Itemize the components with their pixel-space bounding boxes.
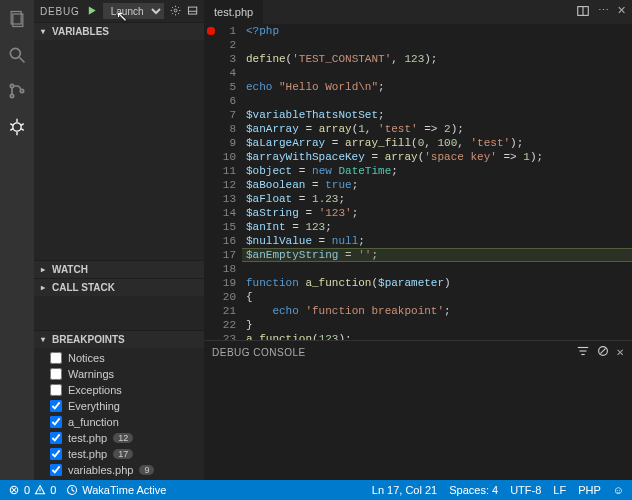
cursor-position[interactable]: Ln 17, Col 21 — [372, 484, 437, 496]
tab-test-php[interactable]: test.php — [204, 0, 264, 24]
debug-console-title: DEBUG CONSOLE — [212, 347, 306, 358]
console-toggle-icon[interactable] — [187, 4, 198, 18]
line-number-gutter: 1234567891011121314151617181920212223242… — [218, 24, 242, 340]
breakpoint-line-badge: 9 — [139, 465, 154, 475]
svg-marker-14 — [88, 7, 95, 15]
breakpoint-item[interactable]: Exceptions — [34, 382, 204, 398]
svg-point-2 — [10, 48, 20, 58]
indent-spaces[interactable]: Spaces: 4 — [449, 484, 498, 496]
breakpoint-label: variables.php — [68, 464, 133, 476]
code-editor[interactable]: 1234567891011121314151617181920212223242… — [204, 24, 632, 340]
breakpoint-item[interactable]: Warnings — [34, 366, 204, 382]
svg-rect-16 — [188, 8, 196, 15]
svg-line-9 — [10, 124, 13, 126]
breakpoint-label: test.php — [68, 432, 107, 444]
language-mode[interactable]: PHP — [578, 484, 601, 496]
activity-bar — [0, 0, 34, 480]
chevron-down-icon: ▾ — [38, 27, 48, 36]
start-debug-icon[interactable] — [86, 4, 97, 18]
breakpoint-label: a_function — [68, 416, 119, 428]
breakpoint-label: Everything — [68, 400, 120, 412]
variables-section[interactable]: ▾ VARIABLES — [34, 22, 204, 40]
eol[interactable]: LF — [553, 484, 566, 496]
chevron-right-icon: ▸ — [38, 265, 48, 274]
breakpoint-item[interactable]: a_function — [34, 414, 204, 430]
svg-point-4 — [10, 84, 13, 87]
debug-title: DEBUG — [40, 6, 80, 17]
encoding[interactable]: UTF-8 — [510, 484, 541, 496]
more-icon[interactable]: ⋯ — [598, 4, 609, 20]
breakpoint-item[interactable]: test.php12 — [34, 430, 204, 446]
variables-label: VARIABLES — [52, 26, 109, 37]
svg-line-10 — [21, 124, 23, 126]
svg-point-6 — [20, 89, 23, 92]
editor-tabs: test.php ⋯ ✕ — [204, 0, 632, 24]
breakpoint-checkbox[interactable] — [50, 368, 62, 380]
editor-area: test.php ⋯ ✕ 123456789101112131415161718… — [204, 0, 632, 480]
close-icon[interactable]: ✕ — [617, 4, 626, 20]
feedback-icon[interactable]: ☺ — [613, 484, 624, 496]
breakpoints-section[interactable]: ▾ BREAKPOINTS — [34, 330, 204, 348]
callstack-section[interactable]: ▸ CALL STACK — [34, 278, 204, 296]
breakpoint-checkbox[interactable] — [50, 432, 62, 444]
svg-line-12 — [21, 129, 23, 131]
svg-line-11 — [10, 129, 13, 131]
svg-line-3 — [20, 58, 25, 63]
breakpoint-label: test.php — [68, 448, 107, 460]
debug-console-panel: DEBUG CONSOLE ✕ — [204, 340, 632, 480]
search-icon[interactable] — [6, 44, 28, 66]
callstack-body — [34, 296, 204, 330]
close-panel-icon[interactable]: ✕ — [616, 347, 625, 358]
debug-header: DEBUG Launch ↖ — [34, 0, 204, 22]
breakpoint-item[interactable]: variables.php9 — [34, 462, 204, 478]
split-editor-icon[interactable] — [576, 4, 590, 20]
explorer-icon[interactable] — [6, 8, 28, 30]
source-control-icon[interactable] — [6, 80, 28, 102]
svg-line-24 — [600, 348, 605, 353]
clear-icon[interactable] — [596, 344, 610, 360]
watch-label: WATCH — [52, 264, 88, 275]
errors-warnings[interactable]: 0 0 — [8, 484, 56, 496]
breakpoint-checkbox[interactable] — [50, 448, 62, 460]
svg-point-7 — [13, 123, 21, 131]
settings-gear-icon[interactable] — [170, 4, 181, 18]
breakpoint-item[interactable]: test.php17 — [34, 446, 204, 462]
breakpoint-checkbox[interactable] — [50, 400, 62, 412]
breakpoints-label: BREAKPOINTS — [52, 334, 125, 345]
breakpoint-checkbox[interactable] — [50, 352, 62, 364]
filter-icon[interactable] — [576, 344, 590, 360]
status-bar: 0 0 WakaTime Active Ln 17, Col 21 Spaces… — [0, 480, 632, 500]
breakpoint-checkbox[interactable] — [50, 464, 62, 476]
svg-point-15 — [174, 10, 177, 13]
breakpoint-item[interactable]: Notices — [34, 350, 204, 366]
breakpoint-line-badge: 12 — [113, 433, 133, 443]
variables-body — [34, 40, 204, 260]
launch-config-select[interactable]: Launch — [103, 3, 164, 19]
breakpoint-dot[interactable] — [207, 27, 215, 35]
breakpoint-checkbox[interactable] — [50, 416, 62, 428]
svg-point-5 — [10, 94, 13, 97]
breakpoint-label: Exceptions — [68, 384, 122, 396]
breakpoint-item[interactable]: Everything — [34, 398, 204, 414]
breakpoint-line-badge: 17 — [113, 449, 133, 459]
callstack-label: CALL STACK — [52, 282, 115, 293]
code-content[interactable]: <?phpdefine('TEST_CONSTANT', 123);echo "… — [242, 24, 632, 340]
breakpoint-label: Warnings — [68, 368, 114, 380]
breakpoint-checkbox[interactable] — [50, 384, 62, 396]
debug-sidebar: DEBUG Launch ↖ ▾ VARIABLES ▸ WATCH ▸ CAL… — [34, 0, 204, 480]
breakpoints-list: NoticesWarningsExceptionsEverythinga_fun… — [34, 348, 204, 480]
breakpoint-label: Notices — [68, 352, 105, 364]
chevron-down-icon: ▾ — [38, 335, 48, 344]
breakpoint-gutter[interactable] — [204, 24, 218, 340]
watch-section[interactable]: ▸ WATCH — [34, 260, 204, 278]
current-line-highlight — [242, 248, 632, 262]
chevron-right-icon: ▸ — [38, 283, 48, 292]
wakatime-status[interactable]: WakaTime Active — [66, 484, 166, 496]
debug-icon[interactable] — [6, 116, 28, 138]
